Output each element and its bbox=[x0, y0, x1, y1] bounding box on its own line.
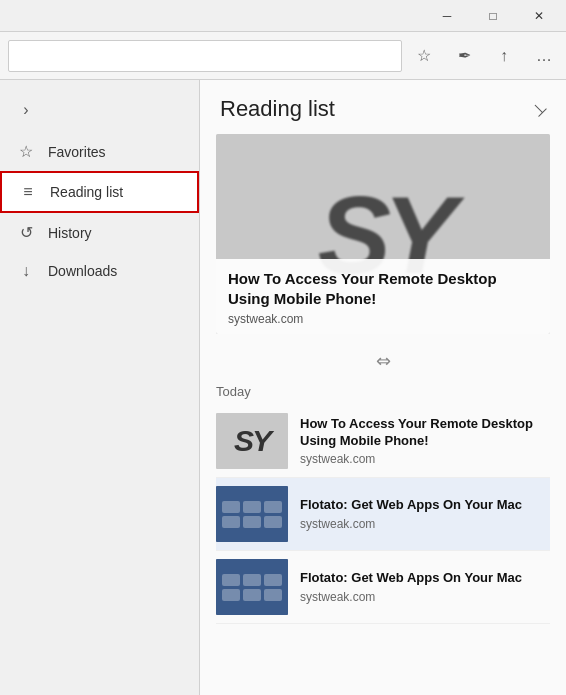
featured-source: systweak.com bbox=[228, 312, 538, 326]
screen-block bbox=[243, 589, 261, 601]
favorites-icon[interactable]: ☆ bbox=[410, 42, 438, 70]
featured-overlay: How To Access Your Remote Desktop Using … bbox=[216, 259, 550, 334]
screen-block bbox=[243, 501, 261, 513]
reading-list-panel: Reading list ⊣ SY How To Access Your Rem… bbox=[200, 80, 566, 695]
pen-icon[interactable]: ✒ bbox=[450, 42, 478, 70]
screen-block bbox=[264, 589, 282, 601]
article-item-1[interactable]: SY How To Access Your Remote Desktop Usi… bbox=[216, 405, 550, 478]
article-info-3: Flotato: Get Web Apps On Your Mac systwe… bbox=[300, 570, 550, 604]
screen-block bbox=[243, 574, 261, 586]
screen-block bbox=[222, 516, 240, 528]
history-icon: ↺ bbox=[16, 223, 36, 242]
article-item-3[interactable]: Flotato: Get Web Apps On Your Mac systwe… bbox=[216, 551, 550, 624]
sidebar-item-history[interactable]: ↺ History bbox=[0, 213, 199, 252]
close-button[interactable]: ✕ bbox=[516, 0, 562, 32]
screen-icon-grid bbox=[216, 495, 288, 534]
minimize-button[interactable]: ─ bbox=[424, 0, 470, 32]
article-thumb-sy-logo: SY bbox=[234, 424, 270, 458]
reading-list-icon: ≡ bbox=[18, 183, 38, 201]
panel-header: Reading list ⊣ bbox=[200, 80, 566, 134]
article-title-3: Flotato: Get Web Apps On Your Mac bbox=[300, 570, 550, 587]
article-screen-thumb-3 bbox=[216, 559, 288, 615]
url-input[interactable] bbox=[8, 40, 402, 72]
screen-block bbox=[222, 589, 240, 601]
featured-article[interactable]: SY How To Access Your Remote Desktop Usi… bbox=[216, 134, 550, 334]
article-title-1: How To Access Your Remote Desktop Using … bbox=[300, 416, 550, 450]
share-icon[interactable]: ↑ bbox=[490, 42, 518, 70]
article-source-3: systweak.com bbox=[300, 590, 550, 604]
favorites-icon: ☆ bbox=[16, 142, 36, 161]
more-icon[interactable]: … bbox=[530, 42, 558, 70]
address-bar: ☆ ✒ ↑ … bbox=[0, 32, 566, 80]
article-screen-thumb-2 bbox=[216, 486, 288, 542]
resize-handle[interactable]: ⇔ bbox=[200, 346, 566, 376]
sidebar-item-downloads[interactable]: ↓ Downloads bbox=[0, 252, 199, 290]
screen-block bbox=[222, 501, 240, 513]
article-source-1: systweak.com bbox=[300, 452, 550, 466]
toolbar-icons: ☆ ✒ ↑ … bbox=[410, 42, 558, 70]
screen-block bbox=[264, 574, 282, 586]
article-thumb-3 bbox=[216, 559, 288, 615]
screen-block bbox=[264, 501, 282, 513]
article-item-2[interactable]: Flotato: Get Web Apps On Your Mac systwe… bbox=[216, 478, 550, 551]
sidebar-item-history-label: History bbox=[48, 225, 92, 241]
main-layout: › ☆ Favorites ≡ Reading list ↺ History ↓… bbox=[0, 80, 566, 695]
maximize-button[interactable]: □ bbox=[470, 0, 516, 32]
title-bar: ─ □ ✕ bbox=[0, 0, 566, 32]
article-info-1: How To Access Your Remote Desktop Using … bbox=[300, 416, 550, 467]
screen-block bbox=[222, 574, 240, 586]
article-thumb-1: SY bbox=[216, 413, 288, 469]
article-thumb-2 bbox=[216, 486, 288, 542]
sidebar-item-favorites[interactable]: ☆ Favorites bbox=[0, 132, 199, 171]
sidebar-item-reading-list[interactable]: ≡ Reading list bbox=[0, 171, 199, 213]
articles-section: Today SY How To Access Your Remote Deskt… bbox=[200, 376, 566, 695]
downloads-icon: ↓ bbox=[16, 262, 36, 280]
screen-block bbox=[264, 516, 282, 528]
article-source-2: systweak.com bbox=[300, 517, 550, 531]
panel-title: Reading list bbox=[220, 96, 335, 122]
sidebar-toggle[interactable]: › bbox=[8, 92, 44, 128]
section-date: Today bbox=[216, 376, 550, 405]
screen-icon-grid-3 bbox=[216, 568, 288, 607]
sidebar: › ☆ Favorites ≡ Reading list ↺ History ↓… bbox=[0, 80, 200, 695]
pin-icon[interactable]: ⊣ bbox=[527, 97, 550, 120]
sidebar-item-favorites-label: Favorites bbox=[48, 144, 106, 160]
article-title-2: Flotato: Get Web Apps On Your Mac bbox=[300, 497, 550, 514]
sidebar-item-reading-list-label: Reading list bbox=[50, 184, 123, 200]
article-info-2: Flotato: Get Web Apps On Your Mac systwe… bbox=[300, 497, 550, 531]
featured-title: How To Access Your Remote Desktop Using … bbox=[228, 269, 538, 308]
screen-block bbox=[243, 516, 261, 528]
sidebar-item-downloads-label: Downloads bbox=[48, 263, 117, 279]
